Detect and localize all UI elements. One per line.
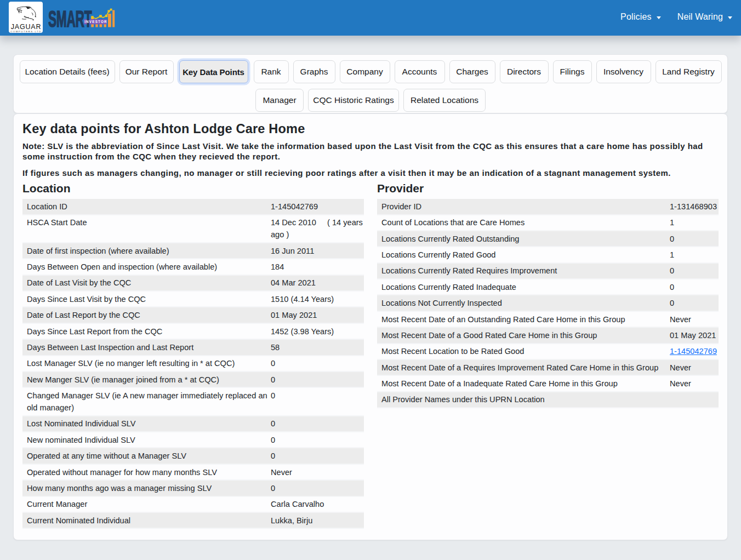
svg-text:INVESTOR: INVESTOR (84, 20, 107, 24)
svg-text:COMPUTERS LTD: COMPUTERS LTD (10, 30, 42, 33)
svg-text:SMART: SMART (48, 6, 92, 30)
